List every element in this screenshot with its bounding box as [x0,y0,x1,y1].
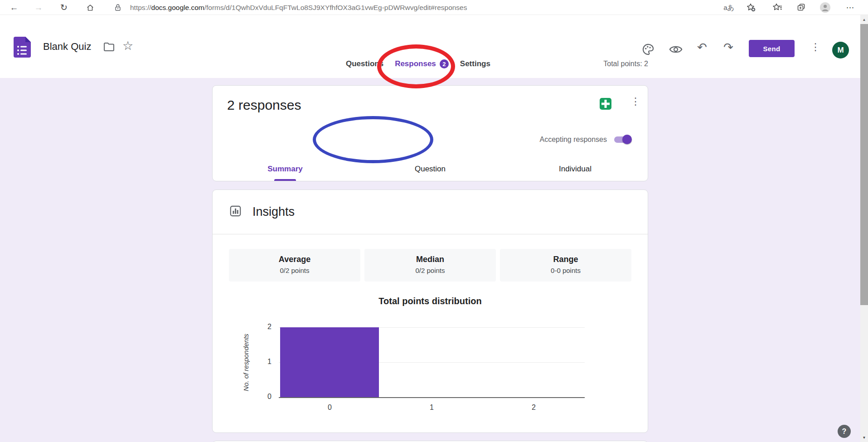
stat-range-value: 0-0 points [500,267,631,274]
x-tick-0: 0 [328,403,332,412]
responses-more-icon[interactable]: ⋮ [628,96,643,107]
accepting-responses-label: Accepting responses [539,136,607,144]
favorites-icon[interactable] [769,0,786,15]
chart-y-axis-label: No. of respondents [242,329,250,397]
forward-icon[interactable]: → [31,0,46,15]
points-distribution-chart: Total points distribution No. of respond… [213,290,648,430]
subtab-summary-label: Summary [267,165,302,174]
form-tab-bar: Questions Responses 2 Settings Total poi… [0,50,868,78]
responses-subtabs: Summary Question Individual [213,157,648,181]
url-domain: docs.google.com [151,4,204,12]
divider [213,234,648,234]
refresh-icon[interactable]: ↻ [56,0,72,15]
scroll-up-arrow[interactable]: ▲ [860,16,868,23]
stat-median-label: Median [364,255,496,264]
x-tick-2: 2 [532,403,536,412]
stat-median-value: 0/2 points [364,267,496,274]
forms-logo-icon[interactable] [14,37,31,58]
tab-responses[interactable]: Responses 2 [395,59,449,68]
translate-icon[interactable]: aあ [720,0,738,15]
stat-range-label: Range [500,255,631,264]
scroll-down-arrow[interactable]: ▼ [860,434,868,441]
url-path: /forms/d/1QwhDxVduLFqFTwLo8SJ9XYfhfOX3aG… [204,4,467,12]
send-button[interactable]: Send [749,40,795,57]
profile-avatar-icon[interactable] [817,0,833,15]
accepting-responses-toggle[interactable] [614,136,630,143]
x-tick-1: 1 [430,403,434,412]
insights-chart-icon [229,205,242,219]
y-tick-1: 1 [267,358,272,365]
account-avatar[interactable]: M [832,42,849,58]
stat-median: Median 0/2 points [364,249,496,282]
subtab-question-label: Question [415,165,446,174]
subtab-individual-label: Individual [559,165,592,174]
subtab-question[interactable]: Question [358,157,503,181]
y-tick-2: 2 [267,323,272,330]
url-scheme: https:// [130,4,151,12]
lock-icon[interactable] [112,0,123,15]
browser-toolbar: ← → ↻ https://docs.google.com/forms/d/1Q… [0,0,868,15]
header-more-icon[interactable]: ⋮ [810,41,820,53]
preview-eye-icon[interactable] [669,43,683,58]
scrollbar-thumb[interactable] [860,24,868,305]
help-button[interactable]: ? [838,425,851,438]
score-stats-row: Average 0/2 points Median 0/2 points Ran… [229,249,631,282]
forms-header: Blank Quiz ☆ ↶ ↷ Send ⋮ M [0,15,868,50]
move-folder-icon[interactable] [103,42,115,53]
subtab-summary[interactable]: Summary [213,157,358,181]
tab-questions-label: Questions [346,59,383,68]
bar-0 [280,327,379,397]
tab-settings-label: Settings [460,59,490,68]
address-bar[interactable]: https://docs.google.com/forms/d/1QwhDxVd… [130,0,467,15]
active-subtab-underline [274,179,296,181]
undo-icon[interactable]: ↶ [697,40,707,54]
stat-average-value: 0/2 points [229,267,360,274]
stat-average-label: Average [229,255,360,264]
collections-icon[interactable] [793,0,810,15]
create-spreadsheet-icon[interactable] [599,97,612,111]
screen: ← → ↻ https://docs.google.com/forms/d/1Q… [0,0,868,442]
chart-title: Total points distribution [213,296,648,306]
insights-header: Insights [229,190,295,234]
accepting-responses-row: Accepting responses [539,133,630,146]
stat-range: Range 0-0 points [500,249,631,282]
page-content: 2 responses ⋮ Accepting responses Summar… [0,78,868,442]
responses-count-title: 2 responses [227,97,301,113]
subtab-individual[interactable]: Individual [503,157,648,181]
form-tabs: Questions Responses 2 Settings [346,50,490,78]
insights-title: Insights [252,205,295,219]
toggle-knob [622,135,632,144]
document-title[interactable]: Blank Quiz [43,41,91,53]
responses-count-badge: 2 [440,59,449,68]
browser-menu-icon[interactable]: ⋯ [841,0,859,15]
theme-palette-icon[interactable] [642,43,655,58]
insights-card: Insights Average 0/2 points Median 0/2 p… [212,189,648,433]
tab-responses-label: Responses [395,59,436,68]
stat-average: Average 0/2 points [229,249,360,282]
scrollbar[interactable]: ▲ ▼ [860,15,868,442]
star-icon[interactable]: ☆ [122,39,133,53]
chart-plot: No. of respondents Points scored 012012 [279,328,585,398]
redo-icon[interactable]: ↷ [723,40,733,54]
tab-settings[interactable]: Settings [460,59,490,68]
y-tick-0: 0 [267,393,272,400]
back-icon[interactable]: ← [6,0,22,15]
responses-card: 2 responses ⋮ Accepting responses Summar… [212,85,648,181]
tab-questions[interactable]: Questions [346,59,383,68]
home-icon[interactable] [82,0,98,15]
add-favorite-icon[interactable] [742,0,760,15]
